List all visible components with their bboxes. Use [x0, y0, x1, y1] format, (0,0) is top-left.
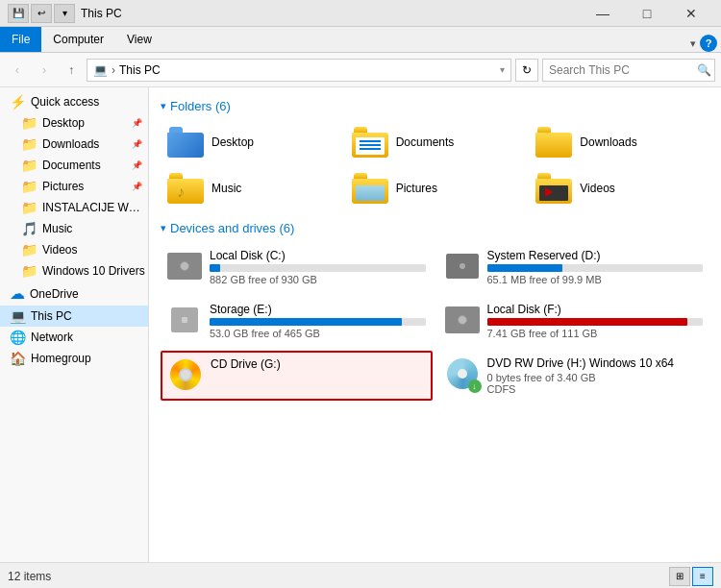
search-box: 🔍 — [542, 59, 715, 82]
drive-f-bar — [487, 318, 688, 326]
drive-d-name: System Reserved (D:) — [487, 249, 704, 262]
folders-section-label: Folders (6) — [170, 99, 231, 113]
minimize-button[interactable]: — — [581, 0, 625, 27]
title-bar: 💾 ↩ ▾ This PC — □ ✕ — [0, 0, 721, 27]
large-icons-view-btn[interactable]: ⊞ — [669, 567, 690, 586]
item-count: 12 items — [8, 570, 51, 583]
drive-c-name: Local Disk (C:) — [210, 249, 426, 262]
sidebar-item-label: Desktop — [42, 116, 85, 130]
drive-c-bar-container — [210, 264, 426, 272]
content-area: Folders (6) Desktop Documents — [149, 87, 721, 562]
search-input[interactable] — [549, 63, 693, 77]
folder-music[interactable]: ♪ Music — [161, 167, 341, 209]
folder-videos-icon — [535, 173, 572, 204]
drive-storage-e[interactable]: Storage (E:) 53.0 GB free of 465 GB — [161, 297, 433, 345]
sidebar-item-videos[interactable]: 📁 Videos — [0, 239, 148, 260]
main-layout: ⚡ Quick access 📁 Desktop 📌 📁 Downloads 📌… — [0, 87, 721, 562]
tab-computer[interactable]: Computer — [41, 27, 115, 52]
drive-local-f[interactable]: Local Disk (F:) 7.41 GB free of 111 GB — [438, 297, 710, 345]
view-buttons: ⊞ ≡ — [669, 567, 713, 586]
sidebar-item-desktop[interactable]: 📁 Desktop 📌 — [0, 112, 148, 134]
drive-c-free: 882 GB free of 930 GB — [210, 274, 426, 285]
sidebar-item-label: This PC — [31, 309, 72, 323]
folders-section-header[interactable]: Folders (6) — [161, 99, 709, 113]
folder-documents[interactable]: Documents — [345, 121, 526, 163]
search-icon: 🔍 — [697, 63, 711, 77]
drive-f-name: Local Disk (F:) — [487, 303, 704, 316]
list-view-btn[interactable]: ≡ — [692, 567, 713, 586]
pin-icon: 📌 — [132, 118, 142, 128]
drive-cd-g[interactable]: CD Drive (G:) — [161, 351, 433, 401]
pc-icon: 💻 — [10, 308, 26, 324]
sidebar-item-label: Windows 10 Drivers — [42, 264, 145, 278]
folder-icon: 📁 — [21, 136, 37, 152]
qa-undo-btn[interactable]: ↩ — [31, 4, 52, 23]
drive-h-sub: CDFS — [487, 383, 704, 395]
sidebar-item-homegroup[interactable]: 🏠 Homegroup — [0, 348, 148, 369]
path-arrow: › — [112, 63, 115, 77]
close-button[interactable]: ✕ — [669, 0, 713, 27]
devices-section-header[interactable]: Devices and drives (6) — [161, 221, 709, 235]
sidebar-item-pictures[interactable]: 📁 Pictures 📌 — [0, 176, 148, 197]
sidebar-item-downloads[interactable]: 📁 Downloads 📌 — [0, 134, 148, 155]
ribbon-collapse-btn[interactable]: ▾ — [690, 37, 696, 50]
dvd-icon-h: ↓ — [445, 356, 480, 391]
sidebar-item-documents[interactable]: 📁 Documents 📌 — [0, 155, 148, 176]
drive-system-d[interactable]: System Reserved (D:) 65.1 MB free of 99.… — [438, 243, 710, 291]
maximize-button[interactable]: □ — [625, 0, 669, 27]
onedrive-icon: ☁ — [10, 284, 25, 303]
folder-icon: 📁 — [21, 200, 37, 215]
sidebar-item-windows-drivers[interactable]: 📁 Windows 10 Drivers — [0, 260, 148, 282]
status-bar: 12 items ⊞ ≡ — [0, 562, 721, 588]
address-path[interactable]: 💻 › This PC ▾ — [87, 59, 511, 82]
sidebar-item-network[interactable]: 🌐 Network — [0, 327, 148, 348]
drive-c-info: Local Disk (C:) 882 GB free of 930 GB — [210, 249, 426, 285]
refresh-button[interactable]: ↻ — [515, 59, 538, 82]
forward-button[interactable]: › — [33, 59, 56, 82]
drive-g-info: CD Drive (G:) — [211, 357, 425, 373]
folder-pictures[interactable]: Pictures — [345, 167, 526, 209]
sidebar-item-quick-access[interactable]: ⚡ Quick access — [0, 91, 148, 112]
hdd-icon-c — [167, 249, 202, 283]
folder-desktop-icon — [167, 127, 204, 158]
sidebar-item-label: Quick access — [31, 95, 99, 109]
sidebar-item-this-pc[interactable]: 💻 This PC — [0, 306, 148, 327]
drive-h-free: 0 bytes free of 3.40 GB — [487, 372, 704, 383]
sidebar-item-label: Network — [31, 331, 73, 344]
pin-icon: 📌 — [132, 139, 142, 149]
sidebar-item-label: Videos — [42, 243, 77, 257]
drive-local-c[interactable]: Local Disk (C:) 882 GB free of 930 GB — [161, 243, 433, 291]
ribbon: File Computer View ▾ ? — [0, 27, 721, 53]
qa-menu-btn[interactable]: ▾ — [54, 4, 75, 23]
folder-name: Documents — [396, 135, 455, 149]
folder-desktop[interactable]: Desktop — [161, 121, 341, 163]
up-button[interactable]: ↑ — [60, 59, 83, 82]
drive-f-bar-container — [487, 318, 704, 326]
folder-downloads-icon — [535, 127, 572, 158]
tab-file[interactable]: File — [0, 27, 41, 52]
drive-d-free: 65.1 MB free of 99.9 MB — [487, 274, 704, 285]
drive-dvd-h[interactable]: ↓ DVD RW Drive (H:) Windows 10 x64 0 byt… — [438, 351, 710, 401]
sidebar-item-instalacije[interactable]: 📁 INSTALACIJE Windc — [0, 197, 148, 218]
sidebar-item-onedrive[interactable]: ☁ OneDrive — [0, 282, 148, 306]
drive-e-name: Storage (E:) — [210, 303, 426, 316]
folder-icon: 📁 — [21, 179, 37, 194]
drive-f-info: Local Disk (F:) 7.41 GB free of 111 GB — [487, 303, 704, 339]
drive-d-info: System Reserved (D:) 65.1 MB free of 99.… — [487, 249, 704, 285]
tab-view[interactable]: View — [115, 27, 163, 52]
help-button[interactable]: ? — [700, 35, 717, 52]
hdd-icon-f — [445, 303, 480, 337]
folder-videos[interactable]: Videos — [529, 167, 709, 209]
folder-icon: 📁 — [21, 158, 37, 173]
qa-save-btn[interactable]: 💾 — [8, 4, 29, 23]
folder-downloads[interactable]: Downloads — [529, 121, 709, 163]
folder-name: Music — [211, 182, 241, 195]
sidebar-item-label: Pictures — [42, 180, 84, 193]
music-icon: 🎵 — [21, 221, 37, 236]
window-controls: — □ ✕ — [581, 0, 713, 27]
folders-grid: Desktop Documents Downloads — [161, 121, 709, 209]
pin-icon: 📌 — [132, 160, 142, 170]
back-button[interactable]: ‹ — [6, 59, 29, 82]
sidebar-item-music[interactable]: 🎵 Music — [0, 218, 148, 239]
folder-name: Pictures — [396, 182, 437, 195]
